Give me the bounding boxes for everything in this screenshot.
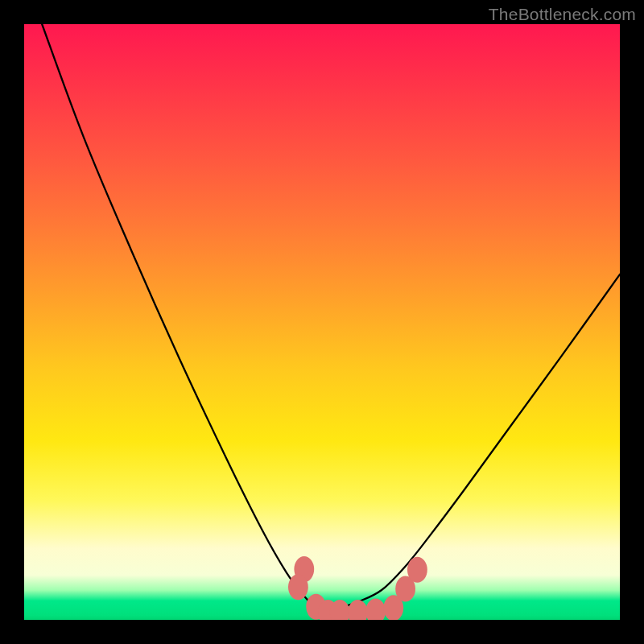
trough-marker: [288, 574, 308, 600]
chart-frame: TheBottleneck.com: [0, 0, 644, 644]
trough-marker: [348, 600, 368, 620]
trough-marker: [365, 599, 386, 620]
bottleneck-curve: [42, 24, 620, 615]
curve-layer: [24, 24, 620, 620]
plot-area: [24, 24, 620, 620]
watermark-text: TheBottleneck.com: [489, 5, 636, 24]
trough-marker: [407, 557, 427, 583]
